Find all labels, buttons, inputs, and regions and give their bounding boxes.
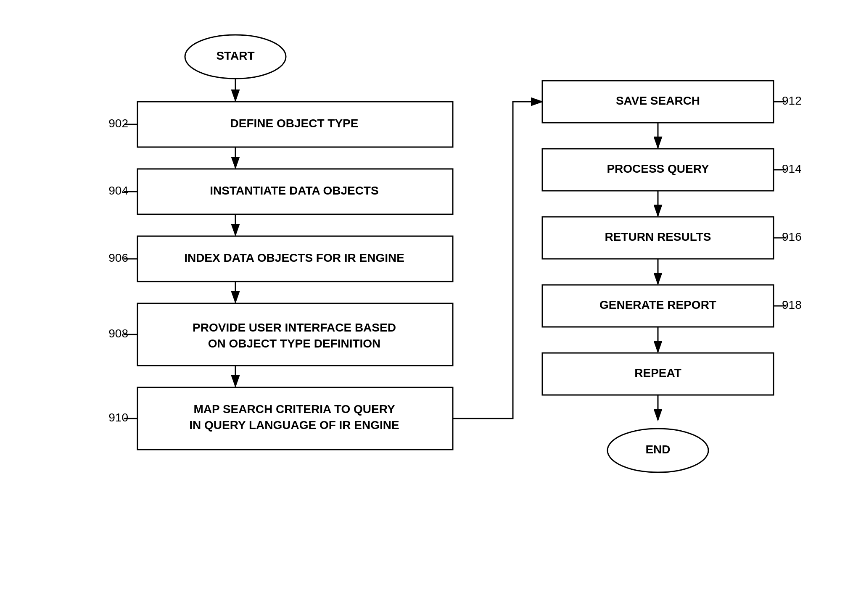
label-908-line2: ON OBJECT TYPE DEFINITION bbox=[208, 337, 381, 350]
ref-902: 902 bbox=[108, 117, 128, 130]
label-912: SAVE SEARCH bbox=[616, 94, 700, 107]
box-908 bbox=[137, 303, 453, 366]
ref-910: 910 bbox=[108, 411, 128, 424]
label-904: INSTANTIATE DATA OBJECTS bbox=[210, 184, 378, 197]
ref-914: 914 bbox=[782, 162, 802, 175]
ref-906: 906 bbox=[108, 251, 128, 264]
label-repeat: REPEAT bbox=[634, 366, 681, 379]
ref-912: 912 bbox=[782, 94, 802, 107]
ref-908: 908 bbox=[108, 327, 128, 340]
flowchart-svg: START DEFINE OBJECT TYPE 902 INSTANTIATE… bbox=[0, 0, 845, 616]
label-906: INDEX DATA OBJECTS FOR IR ENGINE bbox=[184, 251, 404, 264]
ref-916: 916 bbox=[782, 230, 802, 243]
ref-918: 918 bbox=[782, 298, 802, 311]
label-914: PROCESS QUERY bbox=[607, 162, 709, 175]
ref-904: 904 bbox=[108, 184, 128, 197]
diagram-container: START DEFINE OBJECT TYPE 902 INSTANTIATE… bbox=[0, 0, 845, 616]
label-908-line1: PROVIDE USER INTERFACE BASED bbox=[193, 321, 396, 334]
label-910-line2: IN QUERY LANGUAGE OF IR ENGINE bbox=[189, 419, 399, 432]
label-918: GENERATE REPORT bbox=[599, 298, 716, 311]
label-902: DEFINE OBJECT TYPE bbox=[230, 117, 359, 130]
label-910-line1: MAP SEARCH CRITERIA TO QUERY bbox=[193, 403, 395, 416]
end-label: END bbox=[645, 443, 670, 456]
arrow-910-to-912 bbox=[453, 102, 542, 419]
start-label: START bbox=[216, 49, 254, 62]
label-916: RETURN RESULTS bbox=[605, 230, 711, 243]
